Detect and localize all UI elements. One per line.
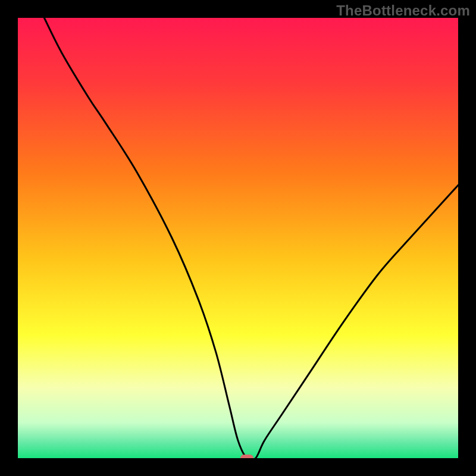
- gradient-background: [18, 18, 458, 458]
- chart-svg: [18, 18, 458, 458]
- minimum-marker: [240, 455, 253, 458]
- plot-area: [18, 18, 458, 458]
- watermark-text: TheBottleneck.com: [336, 2, 470, 19]
- chart-frame: TheBottleneck.com: [0, 0, 476, 476]
